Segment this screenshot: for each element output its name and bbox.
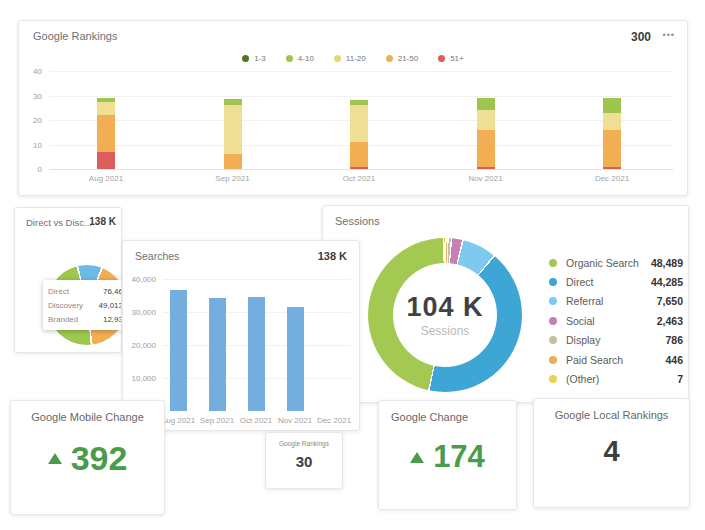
tooltip-label: Direct xyxy=(48,287,69,296)
card-title: Sessions xyxy=(335,215,380,227)
tooltip-label: Discovery xyxy=(48,301,83,310)
searches-bar-chart[interactable]: 10,00020,00030,00040,000Aug 2021Sep 2021… xyxy=(163,279,351,411)
tooltip-value: 12,93 xyxy=(103,315,122,324)
legend-value: 2,463 xyxy=(657,315,683,327)
legend-item[interactable]: Paid Search446 xyxy=(549,350,683,369)
legend-dot-icon xyxy=(386,55,393,62)
legend-item[interactable]: Direct44,285 xyxy=(549,272,683,291)
google-change-widget[interactable]: Google Change 174 xyxy=(378,400,517,510)
legend-dot-icon xyxy=(549,259,557,267)
google-rankings-mini-widget[interactable]: Google Rankings 30 xyxy=(265,432,343,489)
legend-label: Referral xyxy=(566,295,657,307)
legend-item[interactable]: 51+ xyxy=(438,54,464,63)
card-title: Direct vs Disc... xyxy=(26,217,92,228)
tooltip-value: 49,013 xyxy=(99,301,122,310)
legend-label: Organic Search xyxy=(566,257,651,269)
rankings-stacked-bar-chart[interactable]: 010203040Aug 2021Sep 2021Oct 2021Nov 202… xyxy=(49,71,673,169)
legend-value: 7,650 xyxy=(657,295,683,307)
rankings-legend: 1-34-1011-2021-5051+ xyxy=(19,54,687,63)
searches-total: 138 K xyxy=(318,250,347,262)
legend-label: 1-3 xyxy=(254,54,266,63)
stat-value: 174 xyxy=(433,439,485,475)
legend-label: 11-20 xyxy=(346,54,366,63)
ellipsis-menu-icon[interactable]: ••• xyxy=(663,30,675,40)
legend-dot-icon xyxy=(438,55,445,62)
google-mobile-change-widget[interactable]: Google Mobile Change 392 xyxy=(10,400,165,515)
legend-label: Social xyxy=(566,315,657,327)
legend-item[interactable]: 11-20 xyxy=(334,54,366,63)
legend-item[interactable]: Display786 xyxy=(549,331,683,350)
sessions-donut-chart[interactable]: 104 K Sessions xyxy=(368,238,522,392)
tooltip-row: Branded12,93 xyxy=(48,312,122,326)
card-title: Google Rankings xyxy=(266,440,342,447)
legend-label: (Other) xyxy=(566,373,677,385)
tooltip-value: 76,46 xyxy=(103,287,122,296)
trend-up-icon xyxy=(410,452,424,463)
sessions-legend: Organic Search48,489Direct44,285Referral… xyxy=(549,253,683,389)
legend-value: 446 xyxy=(665,354,683,366)
legend-dot-icon xyxy=(549,336,557,344)
sessions-widget[interactable]: Sessions 104 K Sessions Organic Search48… xyxy=(322,205,689,403)
card-title: Google Local Rankings xyxy=(534,409,689,421)
legend-value: 44,285 xyxy=(651,276,683,288)
legend-label: 51+ xyxy=(450,54,464,63)
card-title: Google Change xyxy=(391,411,468,423)
legend-dot-icon xyxy=(334,55,341,62)
google-local-rankings-widget[interactable]: Google Local Rankings 4 xyxy=(533,398,690,508)
legend-item[interactable]: (Other)7 xyxy=(549,369,683,388)
tooltip-label: Branded xyxy=(48,315,78,324)
google-rankings-widget[interactable]: Google Rankings 300 ••• 1-34-1011-2021-5… xyxy=(18,20,688,196)
legend-dot-icon xyxy=(549,297,557,305)
legend-label: 21-50 xyxy=(398,54,418,63)
rankings-total: 300 xyxy=(631,30,651,44)
legend-label: 4-10 xyxy=(298,54,314,63)
legend-dot-icon xyxy=(549,356,557,364)
legend-item[interactable]: 21-50 xyxy=(386,54,418,63)
card-title: Google Rankings xyxy=(33,30,117,42)
legend-value: 786 xyxy=(665,334,683,346)
trend-up-icon xyxy=(48,453,62,464)
legend-label: Direct xyxy=(566,276,651,288)
legend-dot-icon xyxy=(549,317,557,325)
card-title: Searches xyxy=(135,250,179,262)
legend-item[interactable]: Organic Search48,489 xyxy=(549,253,683,272)
direct-total: 138 K xyxy=(89,216,116,227)
legend-dot-icon xyxy=(242,55,249,62)
legend-dot-icon xyxy=(286,55,293,62)
legend-value: 48,489 xyxy=(651,257,683,269)
direct-vs-discovery-widget[interactable]: Direct vs Disc... 138 K Direct76,46Disco… xyxy=(14,207,122,353)
stat-value: 392 xyxy=(71,439,128,478)
legend-dot-icon xyxy=(549,375,557,383)
tooltip-row: Direct76,46 xyxy=(48,284,122,298)
legend-item[interactable]: Social2,463 xyxy=(549,311,683,330)
legend-dot-icon xyxy=(549,278,557,286)
stat-value: 4 xyxy=(603,435,619,468)
legend-item[interactable]: 4-10 xyxy=(286,54,314,63)
legend-label: Display xyxy=(566,334,665,346)
card-title: Google Mobile Change xyxy=(11,411,164,423)
tooltip-row: Discovery49,013 xyxy=(48,298,122,312)
sessions-total: 104 K xyxy=(406,292,483,323)
legend-label: Paid Search xyxy=(566,354,665,366)
direct-tooltip: Direct76,46Discovery49,013Branded12,93 xyxy=(43,280,122,330)
donut-center: 104 K Sessions xyxy=(393,263,497,367)
legend-item[interactable]: Referral7,650 xyxy=(549,292,683,311)
legend-item[interactable]: 1-3 xyxy=(242,54,266,63)
stat-value: 30 xyxy=(296,453,313,470)
legend-value: 7 xyxy=(677,373,683,385)
sessions-center-label: Sessions xyxy=(421,324,470,338)
